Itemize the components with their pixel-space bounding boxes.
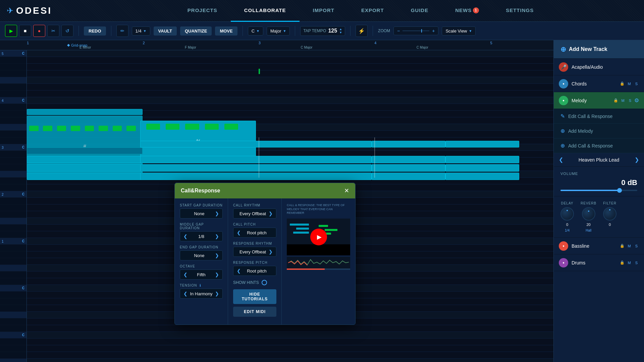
track-block-chord-1[interactable] <box>27 109 143 115</box>
piano-key-16[interactable] <box>0 158 26 164</box>
piano-key-15[interactable] <box>0 151 26 158</box>
tension-info[interactable]: ℹ <box>200 284 201 287</box>
delay-knob[interactable] <box>560 207 574 221</box>
big-chord-1c[interactable] <box>372 156 445 163</box>
zoom-in[interactable]: + <box>432 28 435 34</box>
nav-item-settings[interactable]: SETTINGS <box>492 0 547 22</box>
piano-key-5[interactable] <box>0 84 26 90</box>
big-chord-3d[interactable] <box>445 173 519 180</box>
start-gap-arrow[interactable]: ❯ <box>215 211 219 216</box>
big-chord-2a[interactable] <box>27 164 143 172</box>
tempo-up[interactable]: ▲ <box>339 28 342 31</box>
zoom-slider[interactable] <box>402 31 429 31</box>
response-rhythm-arrow[interactable]: ❯ <box>269 249 273 254</box>
drums-s[interactable]: S <box>634 260 639 265</box>
video-play-button[interactable] <box>310 229 327 245</box>
modal-close-button[interactable]: ✕ <box>344 187 349 194</box>
big-chord-3a[interactable] <box>27 173 143 180</box>
end-gap-arrow[interactable]: ❯ <box>215 253 219 258</box>
piano-key-0[interactable]: C <box>0 50 26 57</box>
piano-key-30[interactable] <box>0 251 26 258</box>
instr-prev[interactable]: ❮ <box>559 157 563 163</box>
nav-item-export[interactable]: EXPORT <box>348 0 397 22</box>
bassline-s[interactable]: S <box>634 243 639 249</box>
piano-key-22[interactable] <box>0 198 26 204</box>
redo-button[interactable]: REDO <box>84 26 106 36</box>
response-pitch-control[interactable]: ❮ Root pitch <box>233 266 276 276</box>
chord-row-3[interactable] <box>372 141 445 147</box>
big-chord-3b[interactable] <box>140 173 372 180</box>
piano-key-17[interactable] <box>0 164 26 171</box>
piano-key-23[interactable] <box>0 204 26 211</box>
play-button[interactable]: ▶ <box>5 25 17 37</box>
instr-next[interactable]: ❯ <box>635 157 639 163</box>
tempo-down[interactable]: ▼ <box>339 31 342 34</box>
drums-m[interactable]: M <box>626 260 632 265</box>
piano-key-42[interactable]: C <box>0 332 26 339</box>
piano-key-39[interactable] <box>0 312 26 318</box>
bassline-lock[interactable]: 🔒 <box>620 244 625 248</box>
piano-key-9[interactable] <box>0 111 26 117</box>
mixer-button[interactable]: ⚡ <box>356 25 368 37</box>
loop-button[interactable]: ↺ <box>61 25 73 37</box>
octave-next[interactable]: ❯ <box>215 272 219 277</box>
tension-control[interactable]: ❮ In Harmony ❯ <box>180 289 223 299</box>
show-hints-toggle[interactable] <box>262 280 267 285</box>
track-item-acapella[interactable]: 🎤 Acapella/Audio <box>554 59 644 75</box>
scale-dropdown[interactable]: Major ▼ <box>267 26 290 36</box>
edit-midi-button[interactable]: EDIT MIDI <box>233 307 276 317</box>
piano-key-11[interactable] <box>0 124 26 131</box>
tension-prev[interactable]: ❮ <box>183 291 187 296</box>
nav-item-projects[interactable]: PROJECTS <box>174 0 231 22</box>
big-chord-3c[interactable] <box>372 173 445 180</box>
chord-row-4[interactable] <box>445 141 519 147</box>
piano-key-46[interactable] <box>0 359 26 362</box>
piano-key-20[interactable] <box>0 184 26 191</box>
add-melody-action[interactable]: ⊕ Add Melody <box>554 124 644 138</box>
piano-key-41[interactable] <box>0 325 26 332</box>
piano-key-28[interactable]: C <box>0 238 26 245</box>
nav-item-import[interactable]: IMPORT <box>300 0 348 22</box>
division-dropdown[interactable]: 1/4 ▼ <box>132 26 150 36</box>
nav-item-news[interactable]: NEWS 1 <box>442 0 492 22</box>
chords-m[interactable]: M <box>626 81 632 86</box>
piano-key-3[interactable] <box>0 70 26 77</box>
cut-button[interactable]: ✂ <box>47 25 59 37</box>
melody-m[interactable]: M <box>620 98 626 103</box>
bassline-m[interactable]: M <box>626 243 632 249</box>
reverb-knob[interactable] <box>582 207 595 221</box>
piano-key-38[interactable] <box>0 305 26 312</box>
filter-knob[interactable] <box>603 207 616 221</box>
big-chord-1b[interactable] <box>140 156 372 163</box>
move-button[interactable]: MOVE <box>215 26 237 36</box>
piano-key-26[interactable] <box>0 225 26 231</box>
piano-key-29[interactable] <box>0 245 26 251</box>
big-chord-2b[interactable] <box>140 164 372 172</box>
piano-key-33[interactable] <box>0 272 26 278</box>
octave-prev[interactable]: ❮ <box>183 272 187 277</box>
piano-key-21[interactable]: C <box>0 191 26 198</box>
melody-gear[interactable]: ⚙ <box>634 97 639 104</box>
add-track-button[interactable]: ⊕ Add New Track <box>554 40 644 59</box>
octave-control[interactable]: ❮ Fifth ❯ <box>180 269 223 280</box>
piano-key-18[interactable] <box>0 171 26 178</box>
track-item-bassline[interactable]: ● Bassline 🔒 M S <box>554 238 644 254</box>
stop-button[interactable]: ■ <box>19 25 31 37</box>
track-item-melody[interactable]: ● Melody 🔒 M S ⚙ <box>554 92 644 109</box>
video-thumbnail[interactable] <box>287 219 350 255</box>
piano-key-45[interactable] <box>0 352 26 359</box>
hide-tutorials-button[interactable]: HIDE TUTORIALS <box>233 289 276 304</box>
piano-key-14[interactable]: C <box>0 144 26 151</box>
scale-view-dropdown[interactable]: Scale View ▼ <box>442 26 476 36</box>
middle-gap-prev[interactable]: ❮ <box>183 234 187 239</box>
piano-key-24[interactable] <box>0 211 26 218</box>
call-rhythm-arrow[interactable]: ❯ <box>269 211 273 216</box>
piano-key-8[interactable] <box>0 104 26 111</box>
piano-key-6[interactable] <box>0 90 26 97</box>
melody-s[interactable]: S <box>628 98 633 103</box>
drums-lock[interactable]: 🔒 <box>620 260 625 265</box>
record-button[interactable]: ● <box>33 25 45 37</box>
big-chord-1d[interactable] <box>445 156 519 163</box>
call-rhythm-control[interactable]: Every Offbeat ❯ <box>233 208 276 219</box>
piano-key-44[interactable] <box>0 345 26 352</box>
